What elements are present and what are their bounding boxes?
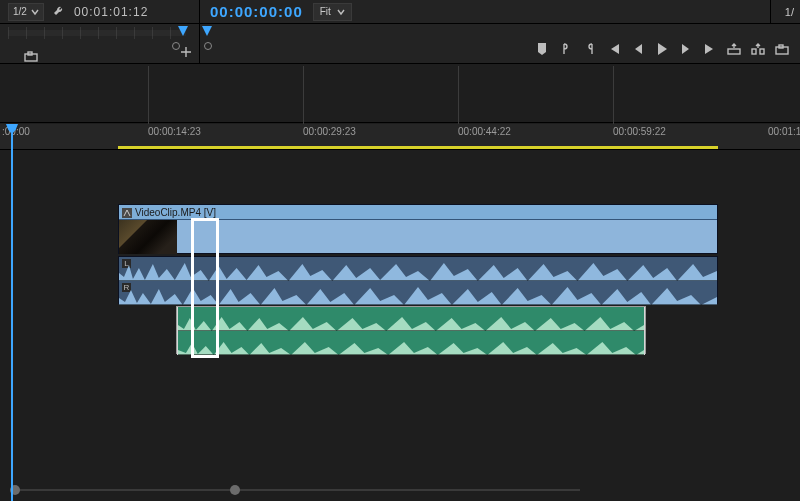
svg-rect-3 [752,49,756,54]
program-resolution-label[interactable]: 1/ [785,6,794,18]
program-timecode[interactable]: 00:00:00:00 [210,3,303,20]
top-strip: 1/2 00:01:01:12 00:00:00:00 Fit 1/ [0,0,800,24]
program-zoom-handle[interactable] [204,42,212,50]
timeline-panel: :00:00 00:00:14:23 00:00:29:23 00:00:44:… [0,64,800,501]
timeline-playhead[interactable] [11,124,13,501]
audio-clip-external[interactable]: L R [176,306,646,354]
program-zoom-label: Fit [320,6,331,17]
extract-button[interactable] [750,41,766,57]
ruler-label: 00:01:14:22 [768,126,800,137]
svg-rect-4 [760,49,764,54]
lift-button[interactable] [726,41,742,57]
video-clip[interactable]: VideoClip.MP4 [V] [118,204,718,254]
ruler-tick [613,66,614,124]
source-resolution-label: 1/2 [13,6,27,17]
clip-header: VideoClip.MP4 [V] [119,205,717,220]
svg-rect-2 [728,49,740,54]
step-forward-button[interactable] [678,41,694,57]
time-ruler[interactable]: :00:00 00:00:14:23 00:00:29:23 00:00:44:… [0,124,800,150]
waveform [119,259,717,281]
mark-in-button[interactable] [558,41,574,57]
program-scrubber-area [200,24,800,63]
timeline-zoom-scrollbar[interactable] [10,485,580,495]
source-scrubber-area [0,24,200,63]
fx-badge-icon [122,208,132,218]
clip-label: VideoClip.MP4 [V] [135,207,216,218]
program-resolution-area: 1/ [770,0,800,23]
zoom-handle-right[interactable] [230,485,240,495]
ruler-label: 00:00:29:23 [303,126,356,137]
button-editor-icon[interactable] [179,45,193,59]
settings-wrench-icon[interactable] [52,5,66,19]
waveform [119,283,717,305]
program-monitor-controls: 00:00:00:00 Fit [200,0,770,23]
program-zoom-select[interactable]: Fit [313,3,352,21]
program-playhead-icon[interactable] [202,26,212,36]
ruler-tick [148,66,149,124]
viewer-control-row [0,24,800,64]
source-mini-timeline[interactable] [8,30,186,36]
export-frame-icon[interactable] [24,51,38,64]
chevron-down-icon [337,8,345,16]
go-to-in-button[interactable] [606,41,622,57]
panel-divider [0,122,800,123]
source-timecode[interactable]: 00:01:01:12 [74,5,148,19]
source-resolution-select[interactable]: 1/2 [8,3,44,21]
mark-out-button[interactable] [582,41,598,57]
tracks-area: VideoClip.MP4 [V] L R [0,152,800,501]
export-frame-button[interactable] [774,41,790,57]
ruler-label: 00:00:59:22 [613,126,666,137]
go-to-out-button[interactable] [702,41,718,57]
ruler-tick [303,66,304,124]
waveform [178,333,644,355]
add-marker-button[interactable] [534,41,550,57]
source-monitor-controls: 1/2 00:01:01:12 [0,0,200,23]
waveform [178,309,644,331]
ruler-label: 00:00:44:22 [458,126,511,137]
ruler-tick [458,66,459,124]
transport-controls [534,41,790,57]
work-area-bar[interactable] [118,146,718,149]
clip-thumbnail [119,220,177,254]
play-button[interactable] [654,41,670,57]
step-back-button[interactable] [630,41,646,57]
zoom-track [10,489,580,491]
ruler-label: 00:00:14:23 [148,126,201,137]
audio-clip-linked[interactable]: L R [118,256,718,304]
chevron-down-icon [31,8,39,16]
